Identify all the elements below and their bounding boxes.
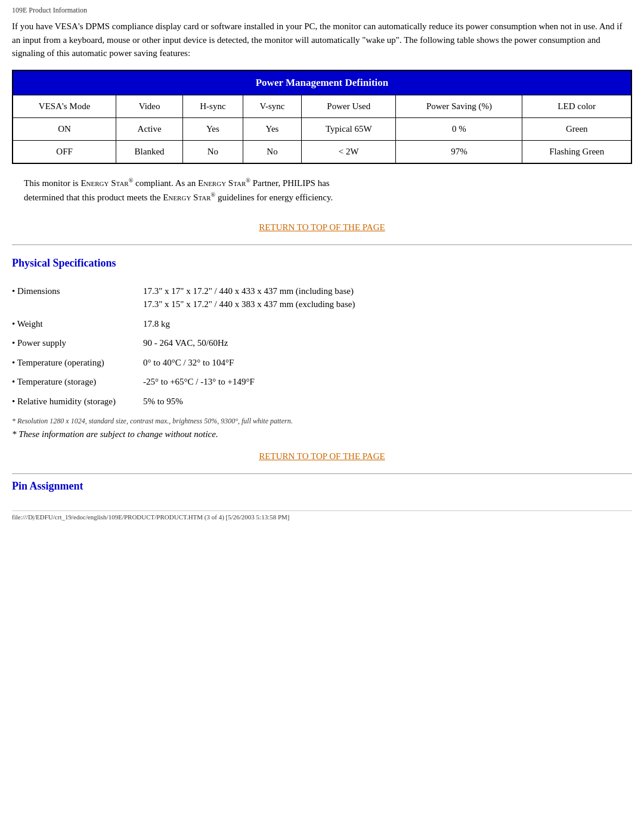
spec-row-weight: • Weight 17.8 kg [12,314,632,334]
spec-value-humidity: 5% to 95% [143,392,632,411]
physical-specs-table: • Dimensions 17.3" x 17" x 17.2" / 440 x… [12,281,632,411]
row2-mode: OFF [13,140,116,163]
power-management-table: Power Management Definition VESA's Mode … [12,70,632,164]
return-to-top-link-2[interactable]: RETURN TO TOP OF THE PAGE [12,451,632,462]
row2-hsync: No [183,140,243,163]
divider-2 [12,473,632,474]
col-header-mode: VESA's Mode [13,95,116,117]
reg-symbol-2: ® [246,177,250,184]
row1-vsync: Yes [243,117,301,140]
col-header-video: Video [116,95,183,117]
row2-power-saving: 97% [396,140,522,163]
return-to-top-link-1[interactable]: RETURN TO TOP OF THE PAGE [12,222,632,233]
col-header-led-color: LED color [522,95,631,117]
spec-label-dimensions: • Dimensions [12,281,143,314]
spec-value-power-supply: 90 - 264 VAC, 50/60Hz [143,333,632,353]
spec-row-temp-storage: • Temperature (storage) -25° to +65°C / … [12,372,632,392]
divider-1 [12,244,632,245]
status-bar: file:///D|/EDFU/crt_19/edoc/english/109E… [12,510,632,521]
spec-label-power-supply: • Power supply [12,333,143,353]
energy-star-brand3: Energy Star [163,193,210,202]
col-header-vsync: V-sync [243,95,301,117]
title-bar: 109E Product Information [12,6,632,15]
spec-row-humidity: • Relative humidity (storage) 5% to 95% [12,392,632,411]
spec-label-weight: • Weight [12,314,143,334]
col-header-power-saving: Power Saving (%) [396,95,522,117]
row2-power-used: < 2W [302,140,396,163]
table-row: OFF Blanked No No < 2W 97% Flashing Gree… [13,140,631,163]
spec-label-humidity: • Relative humidity (storage) [12,392,143,411]
spec-row-dimensions: • Dimensions 17.3" x 17" x 17.2" / 440 x… [12,281,632,314]
row1-power-used: Typical 65W [302,117,396,140]
pin-assignment-title: Pin Assignment [12,480,632,493]
col-header-power-used: Power Used [302,95,396,117]
row1-power-saving: 0 % [396,117,522,140]
row2-vsync: No [243,140,301,163]
spec-label-temp-operating: • Temperature (operating) [12,353,143,373]
spec-value-dimensions: 17.3" x 17" x 17.2" / 440 x 433 x 437 mm… [143,281,632,314]
row1-mode: ON [13,117,116,140]
row1-led-color: Green [522,117,631,140]
row2-led-color: Flashing Green [522,140,631,163]
specs-notice: * These information are subject to chang… [12,429,632,439]
row1-hsync: Yes [183,117,243,140]
specs-footnote: * Resolution 1280 x 1024, standard size,… [12,417,632,426]
table-row: ON Active Yes Yes Typical 65W 0 % Green [13,117,631,140]
energy-star-paragraph: This monitor is Energy Star® compliant. … [12,176,632,205]
return-link-anchor-2[interactable]: RETURN TO TOP OF THE PAGE [259,451,385,461]
spec-value-weight: 17.8 kg [143,314,632,334]
row1-video: Active [116,117,183,140]
energy-star-brand2: Energy Star [198,178,246,188]
spec-row-temp-operating: • Temperature (operating) 0° to 40°C / 3… [12,353,632,373]
energy-star-text2: compliant. As an [133,178,198,188]
row2-video: Blanked [116,140,183,163]
return-link-anchor-1[interactable]: RETURN TO TOP OF THE PAGE [259,222,385,232]
spec-label-temp-storage: • Temperature (storage) [12,372,143,392]
table-main-header: Power Management Definition [13,70,631,95]
physical-specs-title: Physical Specifications [12,257,632,270]
spec-row-power-supply: • Power supply 90 - 264 VAC, 50/60Hz [12,333,632,353]
energy-star-text4: guidelines for energy efficiency. [215,193,333,202]
spec-value-temp-storage: -25° to +65°C / -13° to +149°F [143,372,632,392]
energy-star-text1: This monitor is [24,178,80,188]
energy-star-brand1: Energy Star [80,178,128,188]
intro-text: If you have VESA's DPMS compliance displ… [12,20,632,60]
reg-symbol-3: ® [211,191,216,198]
col-header-hsync: H-sync [183,95,243,117]
spec-value-temp-operating: 0° to 40°C / 32° to 104°F [143,353,632,373]
